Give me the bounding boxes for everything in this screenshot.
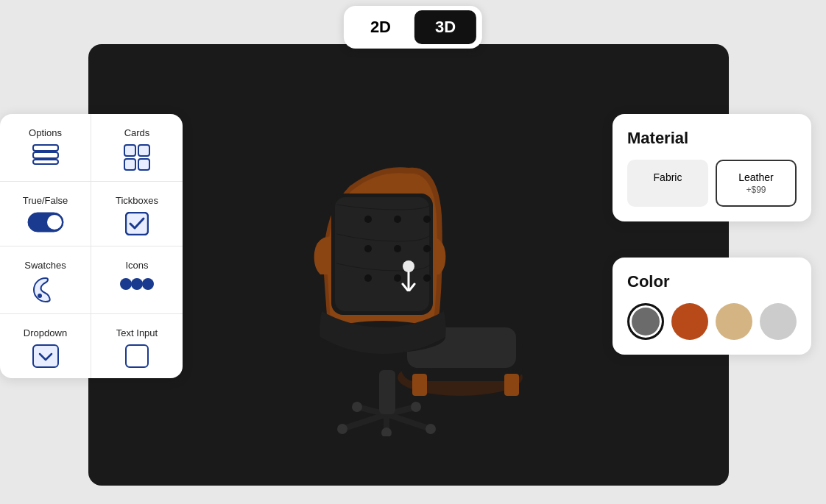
svg-point-25 bbox=[364, 274, 372, 282]
panel-cell-options[interactable]: Options bbox=[0, 114, 91, 182]
svg-rect-4 bbox=[504, 374, 519, 396]
panel-cell-trueFalse[interactable]: True/False bbox=[0, 182, 91, 246]
material-leather[interactable]: Leather +$99 bbox=[716, 160, 797, 207]
material-title: Material bbox=[627, 129, 797, 148]
svg-rect-33 bbox=[138, 145, 149, 156]
dropdown-icon bbox=[32, 344, 59, 368]
svg-point-41 bbox=[131, 278, 143, 290]
trueFalse-icon bbox=[27, 212, 64, 233]
svg-rect-43 bbox=[33, 345, 58, 367]
svg-rect-31 bbox=[33, 160, 58, 164]
svg-rect-3 bbox=[412, 374, 427, 396]
swatches-icon bbox=[32, 277, 59, 303]
svg-point-28 bbox=[403, 260, 414, 272]
svg-point-11 bbox=[426, 424, 436, 434]
svg-point-14 bbox=[411, 402, 421, 412]
cards-label: Cards bbox=[124, 127, 150, 138]
color-panel: Color bbox=[613, 258, 811, 355]
textInput-label: Text Input bbox=[116, 327, 158, 338]
cards-icon bbox=[124, 144, 150, 171]
dropdown-label: Dropdown bbox=[24, 327, 67, 338]
tickboxes-label: Tickboxes bbox=[116, 195, 158, 206]
panel-cell-cards[interactable]: Cards bbox=[91, 114, 183, 182]
material-fabric[interactable]: Fabric bbox=[627, 160, 708, 207]
cursor-pointer bbox=[395, 259, 422, 297]
view-toggle[interactable]: 2D 3D bbox=[344, 6, 482, 49]
svg-point-23 bbox=[394, 245, 401, 252]
color-swatch-light[interactable] bbox=[760, 303, 797, 340]
panel-cell-textInput[interactable]: Text Input bbox=[91, 314, 183, 378]
svg-point-21 bbox=[423, 216, 431, 223]
svg-point-24 bbox=[423, 245, 431, 252]
svg-rect-32 bbox=[124, 145, 135, 156]
trueFalse-label: True/False bbox=[23, 195, 68, 206]
svg-line-6 bbox=[386, 414, 431, 429]
toggle-2d[interactable]: 2D bbox=[350, 10, 412, 44]
icons-icon bbox=[119, 277, 155, 291]
svg-point-27 bbox=[423, 274, 431, 282]
panel-grid: Options Cards T bbox=[0, 114, 183, 378]
panel-cell-icons[interactable]: Icons bbox=[91, 246, 183, 314]
svg-rect-15 bbox=[379, 370, 395, 414]
svg-point-20 bbox=[394, 216, 401, 223]
color-title: Color bbox=[627, 272, 797, 291]
color-swatch-gray[interactable] bbox=[627, 303, 664, 340]
panel-cell-swatches[interactable]: Swatches bbox=[0, 246, 91, 314]
svg-point-19 bbox=[364, 216, 372, 223]
material-options: Fabric Leather +$99 bbox=[627, 160, 797, 207]
svg-rect-30 bbox=[33, 152, 58, 158]
svg-line-5 bbox=[342, 414, 386, 429]
toggle-3d[interactable]: 3D bbox=[414, 10, 476, 44]
options-icon bbox=[32, 144, 59, 165]
svg-point-40 bbox=[120, 278, 132, 290]
swatches-label: Swatches bbox=[24, 260, 66, 271]
panel-cell-tickboxes[interactable]: Tickboxes bbox=[91, 182, 183, 246]
leather-price: +$99 bbox=[724, 185, 788, 195]
svg-rect-29 bbox=[33, 145, 58, 151]
textInput-icon bbox=[125, 344, 149, 368]
svg-rect-44 bbox=[126, 345, 148, 367]
panel-cell-dropdown[interactable]: Dropdown bbox=[0, 314, 91, 378]
color-swatches bbox=[627, 303, 797, 340]
color-swatch-rust[interactable] bbox=[671, 303, 708, 340]
svg-point-12 bbox=[381, 427, 392, 436]
color-swatch-tan[interactable] bbox=[716, 303, 752, 340]
svg-point-37 bbox=[47, 215, 62, 230]
svg-rect-34 bbox=[124, 159, 135, 170]
fabric-label: Fabric bbox=[636, 171, 699, 183]
material-panel: Material Fabric Leather +$99 bbox=[613, 114, 811, 221]
leather-label: Leather bbox=[724, 171, 788, 183]
svg-point-39 bbox=[38, 294, 42, 298]
options-label: Options bbox=[29, 127, 62, 138]
tickboxes-icon bbox=[125, 212, 149, 235]
icons-label: Icons bbox=[125, 260, 148, 271]
svg-point-13 bbox=[352, 402, 362, 412]
left-panel: Options Cards T bbox=[0, 114, 183, 378]
svg-point-10 bbox=[337, 424, 347, 434]
svg-rect-35 bbox=[138, 159, 149, 170]
svg-point-42 bbox=[142, 278, 154, 290]
svg-point-22 bbox=[364, 245, 372, 252]
